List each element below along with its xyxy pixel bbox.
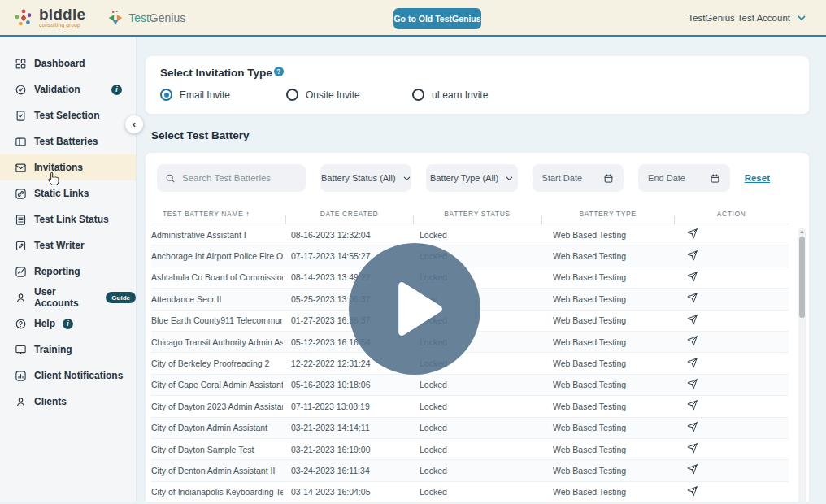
sidebar-item-label: Test Link Status: [34, 214, 109, 225]
send-icon[interactable]: [686, 314, 698, 326]
action-cell: [674, 250, 789, 263]
table-row[interactable]: City of Berkeley Proofreading 2 12-22-20…: [151, 353, 789, 374]
sidebar-item-label: Test Writer: [34, 240, 85, 251]
column-header-battery-type[interactable]: BATTERY TYPE: [541, 210, 674, 218]
testgenius-logo-text1: Test: [128, 11, 150, 24]
send-icon[interactable]: [686, 485, 698, 497]
battery-type-cell: Web Based Testing: [541, 466, 674, 476]
table-row[interactable]: Anchorage Int Airport Police Fire Office…: [151, 245, 789, 267]
send-icon[interactable]: [686, 421, 698, 433]
sidebar-item-label: Test Batteries: [34, 136, 98, 147]
help-icon[interactable]: ?: [274, 67, 284, 76]
sidebar-item-validation[interactable]: Validation i: [0, 76, 136, 102]
sidebar-item-test-link-status[interactable]: Test Link Status: [0, 206, 136, 232]
column-header-action[interactable]: ACTION: [674, 210, 789, 218]
main-content: Select Invitation Type? Email Invite Ons…: [137, 37, 826, 502]
radio-label: Onsite Invite: [306, 89, 360, 101]
table-row[interactable]: City of Denton Admin Assistant II 03-24-…: [151, 460, 789, 481]
battery-name-cell: City of Denton Admin Assistant II: [151, 466, 283, 476]
calendar-icon: [710, 173, 720, 184]
info-icon[interactable]: i: [63, 319, 73, 329]
info-icon[interactable]: i: [111, 85, 122, 95]
radio-onsite-invite[interactable]: Onsite Invite: [286, 89, 412, 101]
sidebar-item-dashboard[interactable]: Dashboard: [0, 50, 136, 76]
sidebar-item-test-selection[interactable]: Test Selection: [0, 102, 136, 128]
table-scrollbar[interactable]: ▲: [798, 228, 806, 502]
action-cell: [674, 485, 789, 499]
sidebar-item-test-batteries[interactable]: Test Batteries: [0, 128, 136, 154]
battery-type-cell: Web Based Testing: [541, 251, 674, 261]
biddle-logo-subtext: consulting group: [39, 23, 85, 28]
sidebar-item-training[interactable]: Training: [0, 337, 136, 363]
link-icon: [15, 188, 27, 200]
sidebar: Dashboard Validation i Test Selection Te…: [0, 37, 137, 502]
column-header-battery-status[interactable]: BATTERY STATUS: [413, 210, 541, 218]
send-icon[interactable]: [686, 357, 698, 369]
guide-badge[interactable]: Guide: [106, 292, 136, 303]
go-to-old-testgenius-button[interactable]: Go to Old TestGenius: [393, 8, 481, 29]
table-row[interactable]: City of Indianapolis Keyboarding Test 03…: [151, 482, 789, 502]
battery-type-dropdown[interactable]: Battery Type (All): [426, 164, 517, 192]
radio-button[interactable]: [412, 89, 424, 101]
radio-button[interactable]: [286, 89, 298, 101]
sidebar-item-help[interactable]: Help i: [0, 311, 136, 337]
sidebar-item-client-notifications[interactable]: Client Notifications: [0, 363, 136, 389]
scroll-up-icon[interactable]: ▲: [799, 228, 805, 236]
action-cell: [674, 292, 789, 306]
column-header-date-created[interactable]: DATE CREATED: [285, 210, 413, 218]
dashboard-icon: [15, 58, 27, 70]
send-icon[interactable]: [686, 335, 698, 347]
sidebar-item-test-writer[interactable]: Test Writer: [0, 232, 136, 259]
question-circle-icon: [15, 318, 27, 330]
sidebar-item-clients[interactable]: Clients: [0, 389, 136, 415]
table-row[interactable]: City of Dayton 2023 Admin Assistant II 0…: [151, 396, 789, 417]
cursor-hand-icon: [46, 171, 60, 187]
reset-filters-link[interactable]: Reset: [745, 173, 770, 183]
send-icon[interactable]: [686, 292, 698, 304]
invitation-type-card: Select Invitation Type? Email Invite Ons…: [145, 55, 810, 115]
account-switcher[interactable]: TestGenius Test Account: [688, 13, 806, 23]
column-header-name[interactable]: TEST BATTERY NAME↑: [151, 210, 285, 218]
action-cell: [674, 378, 789, 392]
collapse-sidebar-button[interactable]: ‹: [125, 115, 143, 133]
start-date-input[interactable]: Start Date: [533, 164, 624, 192]
sidebar-item-invitations[interactable]: Invitations: [0, 154, 136, 180]
radio-ulearn-invite[interactable]: uLearn Invite: [412, 89, 538, 101]
sidebar-item-label: Clients: [34, 396, 67, 407]
search-input[interactable]: [182, 173, 288, 183]
send-icon[interactable]: [686, 399, 698, 411]
scrollbar-thumb[interactable]: [799, 237, 805, 318]
radio-button[interactable]: [160, 89, 172, 101]
bar-chart-icon: [15, 370, 27, 382]
date-created-cell: 03-21-2023 16:19:00: [285, 445, 413, 454]
send-icon[interactable]: [686, 228, 698, 240]
envelope-icon: [15, 162, 27, 174]
battery-status-dropdown[interactable]: Battery Status (All): [320, 164, 411, 192]
document-check-icon: [15, 110, 27, 122]
chevron-down-icon: [797, 13, 806, 23]
battery-type-cell: Web Based Testing: [541, 487, 674, 497]
send-icon[interactable]: [686, 250, 698, 262]
search-box[interactable]: [157, 164, 306, 192]
radio-email-invite[interactable]: Email Invite: [160, 89, 286, 101]
send-icon[interactable]: [686, 463, 698, 476]
send-icon[interactable]: [686, 378, 698, 390]
table-row[interactable]: City of Dayton Admin Assistant 03-21-202…: [151, 418, 789, 439]
sidebar-item-static-links[interactable]: Static Links: [0, 180, 136, 206]
sidebar-item-user-accounts[interactable]: User Accounts Guide: [0, 285, 136, 311]
end-date-input[interactable]: End Date: [638, 164, 730, 192]
date-created-cell: 03-21-2023 14:14:11: [285, 423, 413, 432]
monitor-icon: [15, 344, 27, 356]
table-row[interactable]: City of Cape Coral Admin Assistant II 05…: [151, 375, 789, 396]
battery-name-cell: City of Indianapolis Keyboarding Test: [151, 487, 283, 497]
table-row[interactable]: City of Dayton Sample Test 03-21-2023 16…: [151, 439, 789, 460]
sidebar-item-reporting[interactable]: Reporting: [0, 259, 136, 285]
battery-type-cell: Web Based Testing: [541, 402, 674, 411]
send-icon[interactable]: [686, 271, 698, 283]
battery-type-cell: Web Based Testing: [541, 230, 674, 240]
table-row[interactable]: Administrative Assistant I 08-16-2023 12…: [151, 224, 789, 245]
select-test-battery-title: Select Test Battery: [151, 129, 810, 141]
date-created-cell: 08-16-2023 12:32:04: [285, 230, 413, 240]
send-icon[interactable]: [686, 442, 698, 454]
video-play-button[interactable]: [349, 243, 480, 375]
